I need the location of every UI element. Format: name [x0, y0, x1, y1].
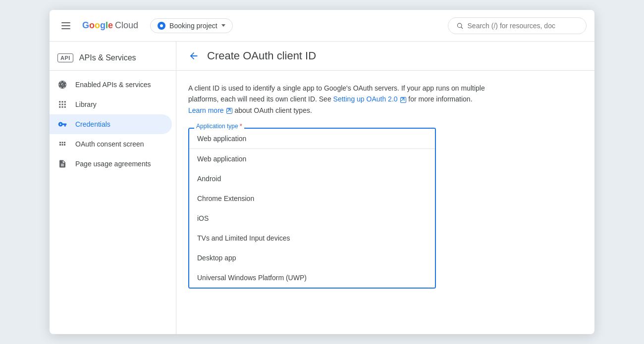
- settings-icon: [57, 80, 67, 90]
- sidebar-title: APIs & Services: [79, 53, 136, 62]
- page-title: Create OAuth client ID: [207, 49, 316, 62]
- search-bar[interactable]: [448, 17, 587, 34]
- svg-rect-3: [59, 101, 60, 102]
- content-header: Create OAuth client ID: [176, 42, 594, 71]
- dropdown-options-list: Web application Android Chrome Extension…: [189, 148, 435, 288]
- svg-rect-10: [62, 106, 63, 108]
- svg-line-1: [461, 27, 463, 28]
- content-body: A client ID is used to identify a single…: [176, 71, 594, 300]
- library-icon: [57, 99, 67, 109]
- learn-more-link[interactable]: Learn more: [188, 106, 234, 114]
- chevron-down-icon: [221, 24, 225, 27]
- external-link-icon-2: [226, 108, 232, 114]
- dropdown-option-tvs-limited[interactable]: TVs and Limited Input devices: [189, 228, 435, 248]
- search-icon: [456, 22, 464, 30]
- sidebar-item-label: Page usage agreements: [75, 160, 151, 168]
- dropdown-selected-value[interactable]: Web application: [189, 129, 435, 148]
- sidebar-item-credentials[interactable]: Credentials: [50, 114, 172, 134]
- page-icon: [57, 159, 67, 169]
- svg-rect-11: [64, 106, 66, 108]
- dropdown-box: Web application Web application Android …: [188, 128, 436, 289]
- svg-rect-4: [62, 101, 63, 102]
- top-bar: Google Cloud Booking project: [50, 10, 594, 42]
- project-name: Booking project: [169, 22, 217, 30]
- svg-rect-7: [62, 104, 63, 105]
- sidebar-item-label: Enabled APIs & services: [75, 81, 151, 89]
- svg-point-2: [62, 84, 63, 86]
- svg-rect-6: [59, 104, 60, 105]
- dropdown-label: Application type *: [194, 123, 244, 130]
- application-type-dropdown[interactable]: Application type * Web application Web a…: [188, 128, 436, 289]
- hamburger-menu-button[interactable]: [57, 18, 74, 33]
- description-text: A client ID is used to identify a single…: [188, 83, 485, 116]
- search-input[interactable]: [468, 22, 578, 30]
- sidebar-item-oauth-consent[interactable]: OAuth consent screen: [50, 134, 172, 154]
- sidebar-item-enabled-apis[interactable]: Enabled APIs & services: [50, 75, 172, 95]
- google-cloud-logo: Google Cloud: [82, 20, 138, 31]
- sidebar: API APIs & Services Enabled APIs & servi…: [50, 42, 176, 334]
- project-selector[interactable]: Booking project: [150, 18, 233, 33]
- svg-rect-9: [59, 106, 60, 108]
- dropdown-option-web-app[interactable]: Web application: [189, 149, 435, 169]
- browser-window: Google Cloud Booking project API APIs & …: [50, 10, 594, 334]
- back-button[interactable]: [188, 50, 199, 61]
- svg-rect-5: [64, 101, 66, 102]
- dropdown-option-uwp[interactable]: Universal Windows Platform (UWP): [189, 268, 435, 288]
- content-area: Create OAuth client ID A client ID is us…: [176, 42, 594, 334]
- dropdown-option-chrome-extension[interactable]: Chrome Extension: [189, 189, 435, 208]
- sidebar-item-library[interactable]: Library: [50, 95, 172, 114]
- sidebar-item-label: Library: [75, 100, 97, 108]
- main-layout: API APIs & Services Enabled APIs & servi…: [50, 42, 594, 334]
- oauth-setup-link[interactable]: Setting up OAuth 2.0: [333, 95, 409, 103]
- dropdown-option-ios[interactable]: iOS: [189, 208, 435, 228]
- api-badge: API: [57, 53, 73, 62]
- grid-icon: [57, 139, 67, 149]
- sidebar-item-page-usage[interactable]: Page usage agreements: [50, 154, 172, 174]
- sidebar-item-label: OAuth consent screen: [75, 140, 144, 148]
- key-icon: [57, 119, 67, 129]
- dropdown-option-android[interactable]: Android: [189, 169, 435, 189]
- project-dot-icon: [158, 22, 165, 30]
- sidebar-item-label: Credentials: [75, 120, 110, 128]
- dropdown-option-desktop-app[interactable]: Desktop app: [189, 248, 435, 268]
- svg-rect-8: [64, 104, 66, 105]
- external-link-icon: [400, 97, 406, 103]
- sidebar-header: API APIs & Services: [50, 49, 176, 71]
